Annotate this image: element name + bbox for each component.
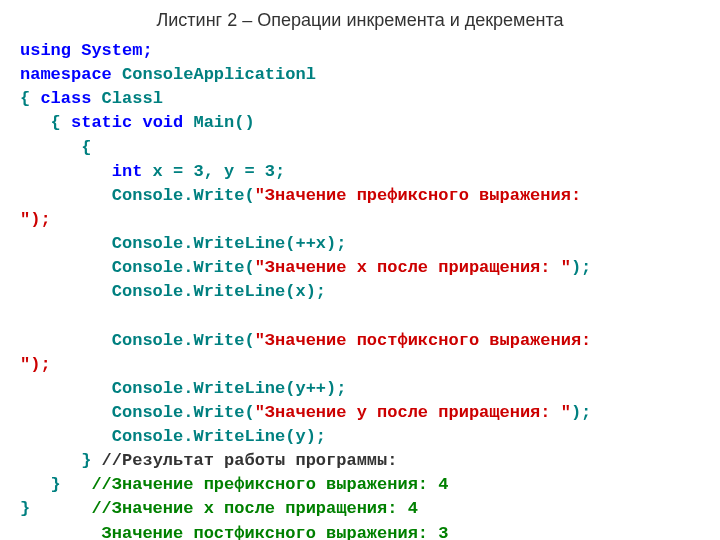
code: Console.Write( — [20, 331, 255, 350]
string-literal: "Значение постфиксного выражения: — [255, 331, 592, 350]
string-literal: "); — [20, 210, 51, 229]
code: Console.WriteLine(y++); — [20, 379, 346, 398]
code: Console.Write( — [20, 186, 255, 205]
comment: Значение постфиксного выражения: 3 — [20, 524, 448, 541]
listing-caption: Листинг 2 – Операции инкремента и декрем… — [20, 10, 700, 31]
code: Console.Write( — [20, 258, 255, 277]
code: Console.WriteLine(y); — [20, 427, 326, 446]
code-listing: using System; namespace ConsoleApplicati… — [20, 39, 700, 540]
comment: //Результат работы программы: — [91, 451, 397, 470]
string-literal: "Значение x после приращения: " — [255, 258, 571, 277]
brace: { — [20, 138, 91, 157]
brace: { — [20, 89, 40, 108]
brace: { — [20, 113, 71, 132]
keyword: class — [40, 89, 91, 108]
brace: } — [20, 475, 61, 494]
code-line: using System; — [20, 41, 153, 60]
code: Console.WriteLine(++x); — [20, 234, 346, 253]
comment: //Значение префиксного выражения: 4 — [61, 475, 449, 494]
keyword: static void — [71, 113, 183, 132]
identifier: Classl — [91, 89, 162, 108]
identifier: Main() — [183, 113, 254, 132]
keyword: int — [20, 162, 142, 181]
brace: } — [20, 451, 91, 470]
code: ); — [571, 403, 591, 422]
code: ); — [571, 258, 591, 277]
keyword: namespace — [20, 65, 112, 84]
comment: //Значение x после приращения: 4 — [30, 499, 418, 518]
identifier: ConsoleApplicationl — [112, 65, 316, 84]
brace: } — [20, 499, 30, 518]
code: x = 3, y = 3; — [142, 162, 285, 181]
code: Console.Write( — [20, 403, 255, 422]
code: Console.WriteLine(x); — [20, 282, 326, 301]
string-literal: "); — [20, 355, 51, 374]
string-literal: "Значение y после приращения: " — [255, 403, 571, 422]
string-literal: "Значение префиксного выражения: — [255, 186, 581, 205]
